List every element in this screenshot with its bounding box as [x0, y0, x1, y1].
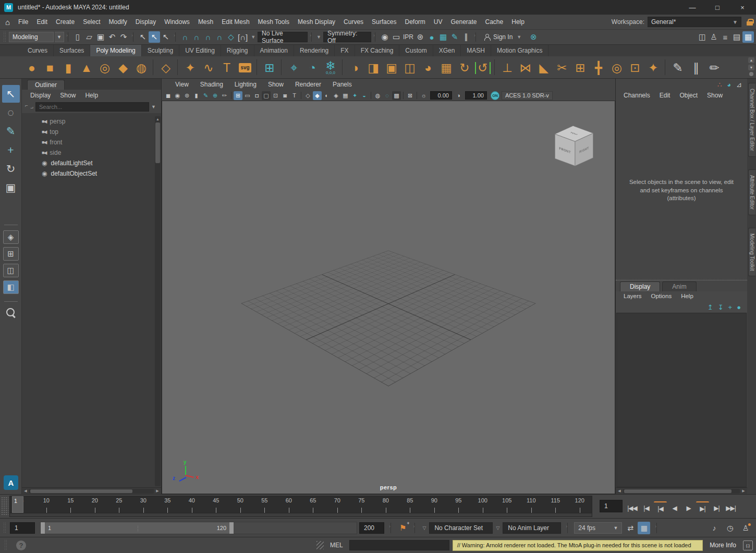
scroll-left-icon[interactable]: ◀ [22, 489, 29, 493]
shelf-tab[interactable]: FX Caching [355, 45, 400, 56]
layout-two-pane-button[interactable]: ◫ [3, 264, 19, 277]
menu-set-select[interactable]: Modeling [9, 32, 54, 42]
separator[interactable] [281, 59, 283, 75]
offset-edge-loop-icon[interactable]: ✏ [705, 58, 723, 77]
play-forwards-button[interactable]: ▶ [682, 501, 695, 515]
view-cube[interactable]: TOP FRONT RIGHT [564, 130, 584, 162]
separator[interactable] [665, 59, 666, 75]
bookmark-icon[interactable]: ▮ [192, 91, 201, 100]
separator[interactable] [153, 59, 154, 75]
time-settings-icon[interactable]: ◷ [724, 522, 736, 534]
menubar-item[interactable]: UV [430, 15, 447, 29]
menubar-item[interactable]: Cache [481, 15, 508, 29]
mute-audio-icon[interactable]: ♪ [708, 522, 721, 534]
extrude-icon[interactable]: ⊥ [498, 58, 516, 77]
attribute-editor-toggle-icon[interactable]: ▤ [731, 31, 742, 43]
playblast-icon[interactable]: ▦ [638, 522, 650, 534]
viewport-menu-item[interactable]: Lighting [229, 81, 262, 88]
tool-settings-toggle-icon[interactable]: ≡ [720, 31, 731, 43]
multi-cut-icon[interactable]: ✂ [553, 58, 571, 77]
platonic-solid-icon[interactable]: ◇ [157, 58, 175, 77]
timeline-ruler[interactable]: 5101520253035404550556065707580859095100… [9, 496, 592, 517]
separator[interactable] [371, 92, 371, 99]
separator[interactable] [494, 59, 496, 75]
shadows-icon[interactable]: ◒ [360, 91, 369, 100]
shelf-tab[interactable]: FX [335, 45, 355, 56]
layer-editor-menu-item[interactable]: Options [647, 291, 677, 301]
quad-draw-icon[interactable]: ⊞ [571, 58, 589, 77]
smooth-shade-icon[interactable]: ◆ [313, 91, 322, 100]
sidebar-vertical-tab[interactable]: Modeling Toolkit [748, 228, 755, 277]
smooth-mesh-icon[interactable]: ✦ [644, 58, 662, 77]
use-default-material-icon[interactable]: ◈ [332, 91, 340, 100]
separator[interactable] [257, 59, 258, 75]
isolate-select-icon[interactable]: ⊠ [406, 91, 414, 100]
create-bookmark-icon[interactable]: ⚑ [397, 523, 408, 533]
layout-four-pane-button[interactable]: ⊞ [3, 247, 19, 261]
menubar-item[interactable]: Mesh Display [294, 15, 339, 29]
wireframe-icon[interactable]: ◇ [303, 91, 312, 100]
menubar-item[interactable]: File [14, 15, 32, 29]
menubar-item[interactable]: Generate [446, 15, 481, 29]
select-tool[interactable]: ↖ [2, 85, 20, 103]
layout-outliner-persp-button[interactable]: ◧ [3, 280, 19, 294]
range-end-handle[interactable] [229, 522, 234, 534]
auto-keyframe-icon[interactable]: ♙ [739, 522, 752, 534]
connect-icon[interactable]: ╋ [590, 58, 607, 77]
select-object-mode-icon[interactable]: ↖ [137, 31, 149, 43]
lattice-icon[interactable]: ⊡ [626, 58, 644, 77]
poly-sphere-icon[interactable]: ● [23, 58, 41, 77]
poly-plane-icon[interactable]: ◆ [114, 58, 132, 77]
range-slider-track[interactable]: 1 120 [40, 522, 357, 534]
combine-icon[interactable]: ◑ [346, 58, 364, 77]
menubar-item[interactable]: Create [52, 15, 79, 29]
create-empty-layer-button[interactable]: + [728, 303, 733, 311]
anim-layer-caret[interactable]: ▽ [495, 525, 501, 531]
current-frame-field[interactable]: 1 [600, 500, 623, 512]
modeling-toolkit-icon[interactable]: ⊞ [261, 58, 278, 77]
shelf-tab[interactable]: Curves [22, 45, 54, 56]
use-all-lights-icon[interactable]: ✦ [350, 91, 359, 100]
render-view-icon[interactable]: ◉ [379, 31, 391, 43]
search-options-caret[interactable]: ▼ [151, 104, 158, 109]
maximize-button[interactable]: □ [712, 4, 723, 11]
command-line-resize-handle[interactable] [316, 541, 324, 549]
pose-editor-icon[interactable]: ♙ [708, 31, 720, 43]
bridge-icon[interactable]: ⋈ [517, 58, 534, 77]
menubar-item[interactable]: Display [131, 15, 160, 29]
ipr-render-icon[interactable]: IPR [402, 31, 414, 43]
layer-move-down-button[interactable]: ↧ [718, 303, 724, 311]
sync-status-icon[interactable]: ⊗ [528, 31, 539, 43]
channel-box-menu-item[interactable]: Object [675, 90, 702, 101]
subdivide-icon[interactable]: ▦ [437, 58, 455, 77]
redo-icon[interactable]: ↷ [118, 31, 129, 43]
scale-tool[interactable]: ▣ [2, 179, 20, 196]
spin-edge-icon[interactable]: ↻ [456, 58, 473, 77]
channel-box-menu-item[interactable]: Show [702, 90, 727, 101]
helix-icon[interactable]: ∿ [200, 58, 217, 77]
polygon-type-icon[interactable]: T [218, 58, 236, 77]
screen-space-ao-icon[interactable]: ◍ [373, 91, 382, 100]
scroll-right-icon[interactable]: ▶ [154, 489, 161, 493]
separator[interactable] [301, 92, 301, 99]
shelf-scroll-down-button[interactable]: ▼ [748, 65, 754, 70]
layer-list-area[interactable] [616, 313, 747, 487]
bevel-icon[interactable]: ◣ [535, 58, 553, 77]
help-line-grip[interactable] [4, 539, 8, 551]
outliner-item-camera[interactable]: ■◀ top [22, 127, 161, 137]
poly-cylinder-icon[interactable]: ▮ [59, 58, 77, 77]
outliner-horizontal-scrollbar[interactable]: ◀ ▶ [22, 487, 161, 494]
mirror-icon[interactable]: ◫ [401, 58, 419, 77]
menubar-item[interactable]: Surfaces [368, 15, 400, 29]
close-button[interactable]: × [737, 4, 748, 11]
shelf-tab[interactable]: Surfaces [54, 45, 90, 56]
film-gate-icon[interactable]: ▭ [243, 91, 252, 100]
step-back-key-button[interactable]: |◀ [654, 501, 667, 515]
viewport-menu-item[interactable]: Show [263, 81, 289, 88]
range-slider-grip[interactable] [3, 522, 7, 534]
outliner-item-set[interactable]: ◉ defaultObjectSet [22, 168, 161, 179]
super-shape-icon[interactable]: ✦ [181, 58, 199, 77]
outliner-item-camera[interactable]: ■◀ side [22, 148, 161, 158]
shelf-scroll-up-button[interactable]: ▲ [748, 57, 754, 63]
separate-icon[interactable]: ◨ [364, 58, 382, 77]
